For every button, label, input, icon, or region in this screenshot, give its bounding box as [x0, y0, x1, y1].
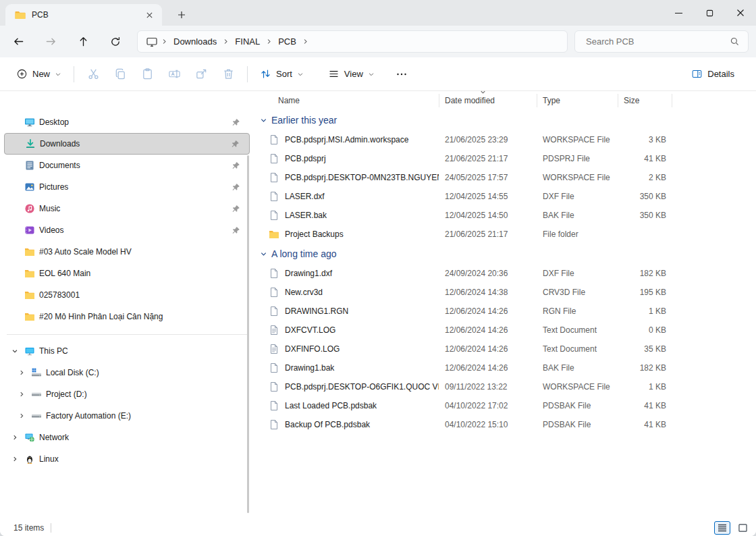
file-size: 41 KB: [618, 154, 672, 163]
chevron-right-icon[interactable]: [9, 434, 20, 441]
close-button[interactable]: [725, 0, 756, 26]
file-type: BAK File: [537, 363, 618, 373]
sidebar-item-linux[interactable]: Linux: [4, 448, 250, 470]
file-explorer-window: PCB Downloads FINAL PCB Search PCB: [0, 0, 756, 536]
chevron-down-icon[interactable]: [260, 250, 267, 258]
file-row[interactable]: Drawing1.bak 12/06/2024 14:26 BAK File 1…: [256, 358, 756, 377]
file-row[interactable]: DRAWING1.RGN 12/06/2024 14:26 RGN File 1…: [256, 302, 756, 321]
sidebar-item-label: #03 Auto Scale Model HV: [39, 247, 132, 257]
chevron-right-icon[interactable]: [9, 456, 20, 462]
address-bar[interactable]: Downloads FINAL PCB: [137, 30, 568, 53]
sidebar-item-folder[interactable]: EOL 640 Main: [4, 263, 250, 284]
file-name: Last Loaded PCB.pdsbak: [285, 401, 377, 410]
chevron-down-icon[interactable]: [260, 117, 267, 124]
file-date-modified: 12/06/2024 14:26: [439, 344, 537, 354]
share-button[interactable]: [188, 62, 215, 86]
sidebar-item-music[interactable]: Music: [4, 198, 250, 219]
back-button[interactable]: [7, 30, 30, 53]
folder-icon: [24, 268, 35, 279]
file-row[interactable]: DXFCVT.LOG 12/06/2024 14:26 Text Documen…: [256, 321, 756, 340]
column-header-date[interactable]: Date modified: [439, 96, 537, 105]
sidebar-item-drive[interactable]: Local Disk (C:): [4, 362, 250, 383]
file-date-modified: 24/05/2025 17:57: [439, 173, 537, 182]
file-row[interactable]: PCB.pdsprj.DESKTOP-O6GFIK1.QUOC VIE... 0…: [256, 377, 756, 396]
minimize-button[interactable]: [663, 0, 694, 26]
file-size: 0 KB: [618, 325, 672, 335]
sidebar-item-pictures[interactable]: Pictures: [4, 176, 250, 198]
new-button[interactable]: New: [9, 63, 68, 84]
file-row[interactable]: DXFINFO.LOG 12/06/2024 14:26 Text Docume…: [256, 340, 756, 358]
details-view-toggle[interactable]: [714, 521, 730, 535]
sidebar-item-folder[interactable]: 025783001: [4, 284, 250, 306]
file-type: WORKSPACE File: [537, 135, 618, 144]
view-button-label: View: [344, 69, 363, 79]
sidebar-item-documents[interactable]: Documents: [4, 155, 250, 176]
drive-c-icon: [31, 367, 42, 378]
sidebar-item-label: Linux: [39, 454, 59, 464]
search-input[interactable]: Search PCB: [574, 30, 749, 53]
paste-button[interactable]: [134, 62, 161, 86]
breadcrumb-downloads[interactable]: Downloads: [171, 36, 219, 47]
textfile-icon: [269, 344, 279, 354]
cut-button[interactable]: [80, 62, 107, 86]
sidebar-item-drive[interactable]: Project (D:): [4, 383, 250, 405]
file-row[interactable]: PCB.pdsprj.MSI.Admin.workspace 21/06/202…: [256, 130, 756, 149]
view-button[interactable]: View: [321, 63, 381, 84]
rename-button[interactable]: [161, 62, 188, 86]
file-name: PCB.pdsprj.DESKTOP-0MN23TB.NGUYEN...: [285, 173, 439, 182]
refresh-button[interactable]: [104, 30, 127, 53]
file-date-modified: 12/06/2024 14:38: [439, 288, 537, 297]
forward-button[interactable]: [39, 30, 62, 53]
chevron-right-icon[interactable]: [16, 412, 27, 419]
sidebar-item-drive[interactable]: Factory Automation (E:): [4, 405, 250, 427]
sort-button[interactable]: Sort: [253, 63, 310, 84]
sidebar-item-videos[interactable]: Videos: [4, 219, 250, 241]
details-pane-button[interactable]: Details: [684, 63, 741, 84]
breadcrumb-final[interactable]: FINAL: [232, 36, 263, 47]
file-row[interactable]: Backup Of PCB.pdsbak 04/10/2022 15:10 PD…: [256, 415, 756, 434]
up-button[interactable]: [72, 30, 94, 53]
file-row[interactable]: LASER.dxf 12/04/2025 14:55 DXF File 350 …: [256, 187, 756, 206]
file-row[interactable]: Project Backups 21/06/2025 21:17 File fo…: [256, 225, 756, 244]
group-header[interactable]: Earlier this year: [256, 110, 756, 130]
sidebar-item-this-pc[interactable]: This PC: [4, 340, 250, 362]
breadcrumb-pcb[interactable]: PCB: [275, 36, 299, 47]
sidebar-item-label: Music: [39, 204, 60, 213]
maximize-button[interactable]: [694, 0, 725, 26]
chevron-right-icon[interactable]: [16, 391, 27, 398]
sidebar-item-network[interactable]: Network: [4, 427, 250, 448]
column-divider[interactable]: [439, 94, 439, 107]
column-divider[interactable]: [618, 94, 618, 107]
sidebar-scrollbar[interactable]: [247, 155, 249, 513]
tab-pcb[interactable]: PCB: [5, 4, 162, 26]
file-row[interactable]: PCB.pdsprj.DESKTOP-0MN23TB.NGUYEN... 24/…: [256, 168, 756, 187]
file-row[interactable]: Last Loaded PCB.pdsbak 04/10/2022 17:02 …: [256, 396, 756, 415]
sidebar-item-desktop[interactable]: Desktop: [4, 111, 250, 133]
icons-view-toggle[interactable]: [734, 521, 751, 535]
file-name: LASER.bak: [285, 211, 327, 220]
copy-button[interactable]: [107, 62, 134, 86]
file-row[interactable]: PCB.pdsprj 21/06/2025 21:17 PDSPRJ File …: [256, 149, 756, 168]
column-divider[interactable]: [537, 94, 537, 107]
sidebar-item-folder[interactable]: #03 Auto Scale Model HV: [4, 241, 250, 263]
tab-close-icon[interactable]: [142, 7, 157, 22]
delete-button[interactable]: [215, 62, 242, 86]
new-tab-button[interactable]: [173, 7, 190, 23]
sidebar-item-downloads[interactable]: Downloads: [4, 133, 250, 155]
sidebar-item-label: Videos: [39, 225, 63, 235]
chevron-right-icon[interactable]: [16, 369, 27, 376]
file-row[interactable]: LASER.bak 12/04/2025 14:50 BAK File 350 …: [256, 206, 756, 225]
file-row[interactable]: New.crv3d 12/06/2024 14:38 CRV3D File 19…: [256, 283, 756, 302]
sidebar-item-folder[interactable]: #20 Mô Hình Phân Loại Cân Nặng: [4, 306, 250, 327]
chevron-down-icon[interactable]: [9, 348, 20, 354]
file-name: DXFCVT.LOG: [285, 325, 335, 335]
column-divider[interactable]: [672, 94, 672, 107]
details-pane-icon: [691, 68, 703, 80]
file-row[interactable]: Drawing1.dxf 24/09/2024 20:36 DXF File 1…: [256, 264, 756, 283]
column-header-name[interactable]: Name: [256, 96, 439, 105]
more-options-button[interactable]: [388, 62, 415, 86]
column-header-size[interactable]: Size: [618, 96, 672, 105]
group-header[interactable]: A long time ago: [256, 244, 756, 264]
column-header-type[interactable]: Type: [537, 96, 618, 105]
this-pc-monitor-icon[interactable]: [146, 36, 158, 48]
